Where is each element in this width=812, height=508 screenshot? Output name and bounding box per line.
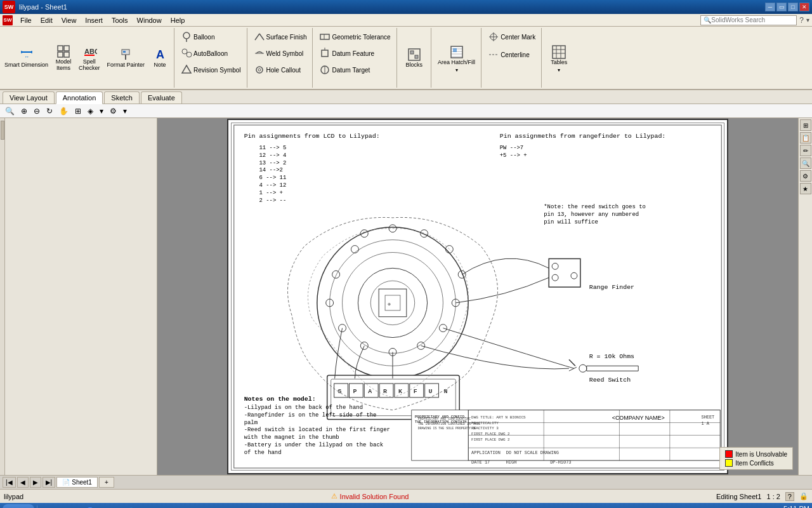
svg-line-20 <box>259 34 264 40</box>
restore-button[interactable]: ▭ <box>776 3 787 11</box>
maximize-button[interactable]: □ <box>788 3 798 11</box>
tables-button[interactable]: Tables <box>547 43 570 68</box>
balloon-button[interactable]: Balloon <box>178 29 244 44</box>
svg-point-81 <box>351 246 358 253</box>
zoom-out-button[interactable]: ⊖ <box>31 105 43 117</box>
svg-rect-32 <box>415 55 418 58</box>
right-sidebar-btn-1[interactable]: ⊞ <box>800 119 811 131</box>
datum-feature-button[interactable]: Datum Feature <box>316 46 393 61</box>
svg-text:DRAWING IS THE SOLE PROPERTY O: DRAWING IS THE SOLE PROPERTY OF <box>418 427 476 430</box>
start-button[interactable]: ⊞ Start <box>3 504 34 508</box>
tables-dropdown[interactable]: ▾ <box>558 67 560 73</box>
area-hatch-dropdown[interactable]: ▾ <box>455 67 458 73</box>
center-mark-button[interactable]: Center Mark <box>485 29 539 44</box>
search-input[interactable] <box>711 17 794 23</box>
right-sidebar-btn-5[interactable]: ⚙ <box>800 170 811 182</box>
taskbar-app-globe[interactable]: 🌐 <box>121 504 140 508</box>
tab-sketch[interactable]: Sketch <box>104 91 140 104</box>
svg-text:with the magnet in the thumb: with the magnet in the thumb <box>244 434 339 441</box>
smart-dimension-icon: ↔ <box>19 47 34 62</box>
taskbar-app-media[interactable]: ▶ <box>60 504 79 508</box>
geometric-tolerance-button[interactable]: Geometric Tolerance <box>316 29 393 44</box>
taskbar-app-solidworks[interactable]: SW <box>162 504 181 508</box>
tab-evaluate[interactable]: Evaluate <box>141 91 182 104</box>
menu-insert[interactable]: Insert <box>81 15 107 25</box>
svg-text:6 --> 11: 6 --> 11 <box>259 175 286 181</box>
search-dropdown[interactable]: ▾ <box>806 17 809 23</box>
auto-balloon-icon <box>181 48 192 59</box>
svg-text:A: A <box>156 48 164 61</box>
view-mode-button[interactable]: ⊞ <box>72 105 84 117</box>
rotate-view-button[interactable]: ↻ <box>44 105 55 117</box>
zoom-in-button[interactable]: ⊕ <box>18 105 30 117</box>
left-sidebar <box>0 118 5 475</box>
close-button[interactable]: ✕ <box>799 3 809 11</box>
svg-text:1 A: 1 A <box>701 421 709 426</box>
sidebar-toggle[interactable] <box>1 121 4 140</box>
menu-window[interactable]: Window <box>133 15 166 25</box>
revision-symbol-button[interactable]: Revision Symbol <box>178 62 244 77</box>
svg-text:Pin assignments from LCD to Li: Pin assignments from LCD to Lilypad: <box>244 133 380 140</box>
sheet-label: Sheet1 <box>72 479 92 486</box>
pan-button[interactable]: ✋ <box>56 105 71 117</box>
right-sidebar-btn-2[interactable]: 📋 <box>800 132 811 144</box>
zoom-fit-button[interactable]: 🔍 <box>3 105 17 117</box>
surface-finish-button[interactable]: Surface Finish <box>251 29 310 44</box>
menu-view[interactable]: View <box>58 15 81 25</box>
smart-dimension-button[interactable]: ↔ Smart Dimension <box>1 45 51 70</box>
minimize-button[interactable]: ─ <box>765 3 775 11</box>
svg-text:pin 13, however any numbered: pin 13, however any numbered <box>544 211 639 218</box>
taskbar-app-ie[interactable] <box>81 504 100 508</box>
display-button[interactable]: ◈ <box>85 105 96 117</box>
area-hatch-button[interactable]: Area Hatch/Fill <box>435 43 478 68</box>
sheet-nav-prev[interactable]: ◀ <box>17 477 29 488</box>
options-button[interactable]: ⚙ <box>107 105 119 117</box>
blocks-button[interactable]: Blocks <box>403 45 426 70</box>
format-painter-button[interactable]: Format Painter <box>104 45 148 70</box>
tab-annotation[interactable]: Annotation <box>56 91 103 104</box>
datum-target-button[interactable]: Datum Target <box>316 62 393 77</box>
auto-balloon-button[interactable]: AutoBalloon <box>178 46 244 61</box>
sheet-tab-1[interactable]: 📄 Sheet1 <box>56 477 98 488</box>
sheet-add-button[interactable]: + <box>99 477 114 488</box>
right-sidebar-btn-3[interactable]: ✏ <box>800 145 811 156</box>
svg-text:*Note: the reed switch goes to: *Note: the reed switch goes to <box>544 204 646 210</box>
help-button[interactable]: ? <box>799 16 804 25</box>
menu-file[interactable]: File <box>16 15 36 25</box>
svg-text:-Reed switch is located in the: -Reed switch is located in the first fin… <box>244 427 390 433</box>
options-dropdown[interactable]: ▾ <box>121 105 129 117</box>
svg-text:↔: ↔ <box>24 54 29 60</box>
sheet-nav-next[interactable]: ▶ <box>30 477 41 488</box>
model-items-button[interactable]: ModelItems <box>52 42 75 74</box>
blocks-section: Blocks <box>398 28 432 88</box>
taskbar-app-folder[interactable] <box>101 504 120 508</box>
center-mark-icon <box>488 31 499 43</box>
svg-point-23 <box>258 69 261 71</box>
svg-text:P: P <box>353 388 357 395</box>
surface-finish-icon <box>254 31 265 43</box>
taskbar-app-windows[interactable]: ⊞ <box>40 504 59 508</box>
note-label: Note <box>154 62 166 69</box>
help-icon[interactable]: ? <box>785 492 794 501</box>
centerline-button[interactable]: Centerline <box>485 47 539 62</box>
tab-view-layout[interactable]: View Layout <box>3 91 55 104</box>
menu-tools[interactable]: Tools <box>108 15 132 25</box>
display-dropdown[interactable]: ▾ <box>97 105 106 117</box>
menu-edit[interactable]: Edit <box>37 15 56 25</box>
weld-symbol-button[interactable]: Weld Symbol <box>251 46 310 61</box>
note-button[interactable]: A Note <box>148 45 171 70</box>
sheet-nav-prev-prev[interactable]: |◀ <box>3 477 16 488</box>
taskbar-app-acrobat[interactable]: A <box>141 504 160 508</box>
sheet-nav-next-next[interactable]: ▶| <box>43 477 56 488</box>
auto-balloon-label: AutoBalloon <box>193 50 228 57</box>
right-sidebar-btn-6[interactable]: ★ <box>800 183 811 194</box>
right-sidebar-btn-4[interactable]: 🔍 <box>800 157 811 169</box>
svg-text:DO NOT SCALE DRAWING: DO NOT SCALE DRAWING <box>506 450 559 455</box>
hole-callout-button[interactable]: Hole Callout <box>251 62 310 77</box>
drawing-area[interactable]: Pin assignments from LCD to Lilypad: Pin… <box>157 118 798 475</box>
svg-point-67 <box>358 268 427 337</box>
blocks-icon <box>407 47 422 62</box>
menu-help[interactable]: Help <box>167 15 189 25</box>
statusbar: lilypad ⚠ Invalid Solution Found Editing… <box>0 489 812 503</box>
spell-checker-button[interactable]: ABC SpellChecker <box>75 42 103 74</box>
